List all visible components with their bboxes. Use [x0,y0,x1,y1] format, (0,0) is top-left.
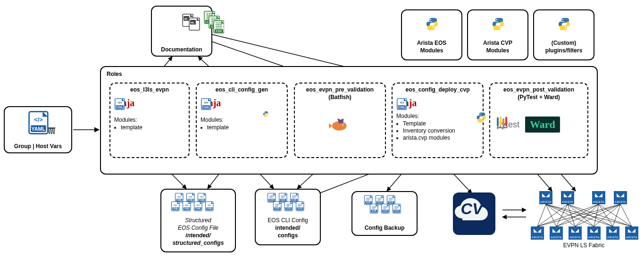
plugin-custom-l1: (Custom) [534,40,594,46]
structured-l1: Structured [161,217,235,224]
plugin-cvp-l2: Modules [468,47,527,54]
plugin-eos-l1: Arista EOS [402,40,461,46]
cloudvision-icon [453,192,495,235]
cli-l1: EOS CLI Config [256,217,320,224]
role-post-title-l2: (PyTest + Ward) [495,94,583,100]
plugin-arista-cvp: Arista CVP Modules [467,9,528,60]
cli-l2: intended/ [256,225,320,231]
module-item: Inventory conversion [403,127,479,134]
evpn-fabric: ARISTA ARISTA ARISTA ARISTA ARISTA ARIST… [531,191,637,250]
roles-title: Roles [107,71,122,77]
plugin-custom-l2: plugins/filters [534,47,594,54]
pytest-icon: pytest [497,120,519,130]
svg-line-51 [537,204,568,226]
eos-files-icon [361,195,413,218]
config-backup-box: Config Backup [351,191,418,236]
python-icon [492,17,505,30]
group-host-vars-label: Group | Host Vars [5,143,71,150]
module-item: arista.cvp modules [403,134,479,142]
structured-l3: intended/ [161,232,235,239]
svg-line-46 [546,204,556,226]
role-eos-config-deploy-cvp: eos_config_deploy_cvp Jinja Modules: Tem… [392,83,484,158]
modules-label: Modules: [114,117,185,123]
yaml-files-icon [171,192,227,216]
module-item: Template [403,120,479,127]
cli-configs-box: EOS CLI Config intended/ configs [255,189,321,245]
modules-label: Modules: [396,113,479,119]
structured-l2: EOS Config File [161,225,235,231]
documentation-label: Documentation [152,46,211,53]
role-post-title-l1: eos_evpn_post_validation [495,86,583,93]
role-eos-l3ls-evpn: eos_l3ls_evpn Jinja Modules: template [109,83,190,158]
role-eos-evpn-post-validation: eos_evpn_post_validation (PyTest + Ward)… [489,83,588,158]
plugin-eos-l2: Modules [402,47,461,54]
svg-line-62 [599,204,632,226]
backup-l1: Config Backup [352,225,417,231]
plugin-arista-eos: Arista EOS Modules [401,9,462,60]
fabric-label: EVPN LS Fabric [531,242,637,249]
python-icon [558,17,571,30]
ward-label: Ward [530,118,555,131]
structured-l4: structured_configs [161,240,235,246]
structured-configs-box: Structured EOS Config File intended/ str… [160,189,236,252]
fabric-links [531,191,637,243]
role-eos-evpn-pre-validation: eos_evpn_pre_validation (Batfish) [294,83,386,158]
plugin-custom: (Custom) plugins/filters [533,9,594,60]
documentation-box: Documentation [151,6,212,57]
ward-icon: Ward [525,117,560,133]
yaml-icon [226,100,240,110]
modules-label: Modules: [201,117,283,123]
module-item: template [121,124,185,131]
plugin-cvp-l1: Arista CVP [468,40,527,46]
module-item: template [207,124,283,131]
group-host-vars-box: Group | Host Vars [4,106,72,153]
yaml-icon [422,100,435,110]
role-pre-title-l2: (Batfish) [300,94,380,100]
ansible-gate-icon [47,126,58,136]
cli-l3: configs [256,232,320,239]
role-cli-title: eos_cli_config_gen [201,86,282,93]
yaml-icon [141,100,154,110]
eos-files-icon [264,192,316,216]
python-icon [426,17,439,30]
batfish-icon [328,117,356,135]
role-eos-cli-config-gen: eos_cli_config_gen Jinja Modules: templa… [196,83,288,158]
role-l3ls-title: eos_l3ls_evpn [115,86,184,93]
role-deploy-title: eos_config_deploy_cvp [397,86,478,93]
role-pre-title-l1: eos_evpn_pre_validation [300,86,380,93]
